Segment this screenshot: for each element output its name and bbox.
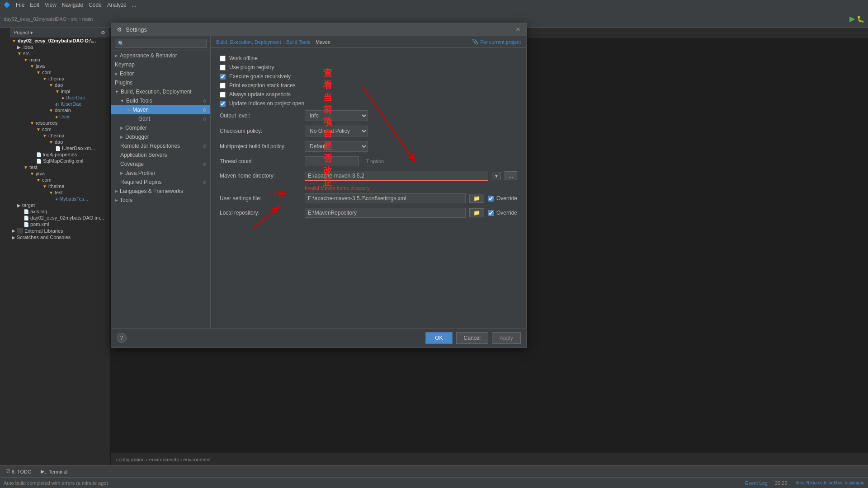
menu-view[interactable]: View (45, 2, 57, 8)
tree-target[interactable]: ▶ target (10, 202, 109, 208)
debug-button[interactable]: 🐛 (857, 15, 864, 23)
tree-dao[interactable]: ▼ dao (10, 82, 109, 88)
tree-pomxml[interactable]: 📄 pom.xml (10, 221, 109, 227)
user-settings-browse-button[interactable]: 📁 (469, 194, 484, 203)
tree-com3[interactable]: ▼ com (10, 177, 109, 183)
use-plugin-registry-checkbox[interactable] (220, 65, 226, 70)
print-stack-checkbox[interactable] (220, 83, 226, 89)
footer-breadcrumb-text: configuration › environments › environme… (116, 457, 211, 462)
nav-compiler[interactable]: ▶ Compiler (111, 123, 210, 132)
tree-dao2[interactable]: ▼ dao (10, 139, 109, 145)
menu-file[interactable]: File (16, 2, 24, 8)
run-button[interactable]: ▶ (849, 14, 855, 23)
menu-analyze[interactable]: Analyze (107, 2, 127, 8)
tree-mybatistes[interactable]: ● MybatisTes... (10, 196, 109, 202)
nav-app-servers[interactable]: Application Servers (111, 150, 210, 160)
help-button[interactable]: ? (117, 333, 127, 343)
nav-appearance[interactable]: ▶ Appearance & Behavior (111, 51, 210, 60)
tree-day02[interactable]: 📄 day02_eesy_02mybatsiDAO.im... (10, 215, 109, 221)
tree-axislog[interactable]: 📄 axis.log (10, 208, 109, 215)
nav-java-profiler[interactable]: ▶ Java Profiler (111, 169, 210, 178)
close-icon[interactable]: ✕ (515, 26, 521, 33)
gear-icon[interactable]: ⚙ (101, 30, 105, 36)
nav-gant[interactable]: Gant ⚙ (111, 114, 210, 123)
user-settings-input[interactable] (305, 193, 466, 203)
nav-maven[interactable]: ▶ Maven ⚙ (111, 105, 210, 114)
local-repo-input[interactable] (305, 208, 466, 218)
tree-ext-libs[interactable]: ▶ ⬛ External Libraries (10, 227, 109, 234)
cancel-button[interactable]: Cancel (456, 332, 488, 344)
settings-search-input[interactable] (115, 39, 207, 48)
maven-home-input[interactable] (305, 171, 488, 181)
tree-java[interactable]: ▼ java (10, 63, 109, 69)
tree-domain[interactable]: ▼ domain (10, 107, 109, 113)
tree-iuserdao[interactable]: ◐ IUserDao (10, 101, 109, 107)
tree-userdao[interactable]: ● UserDao (10, 94, 109, 101)
checksum-policy-select[interactable]: No Global Policy Strict (305, 126, 368, 136)
breadcrumb-part2[interactable]: Build Tools (286, 39, 310, 45)
tree-root[interactable]: ▼ day02_eesy_02mybatsiDAO D:\... (10, 38, 109, 44)
tree-resources[interactable]: ▼ resources (10, 120, 109, 126)
tab-terminal[interactable]: ▶_ Terminal (37, 468, 71, 475)
nav-required-plugins[interactable]: Required Plugins ⚙ (111, 178, 210, 187)
nav-editor[interactable]: ▶ Editor (111, 69, 210, 78)
nav-tools[interactable]: ▶ Tools (111, 196, 210, 205)
tree-idea[interactable]: ▶ .idea (10, 44, 109, 50)
tree-scratches[interactable]: ▶ Scratches and Consoles (10, 234, 109, 240)
settings-body: Work offline Use plugin registry Execute… (211, 48, 526, 328)
tree-com[interactable]: ▼ com (10, 69, 109, 75)
menu-code[interactable]: Code (89, 2, 102, 8)
tree-test[interactable]: ▼ test (10, 164, 109, 170)
tree-com2[interactable]: ▼ com (10, 126, 109, 132)
local-repo-override-checkbox[interactable] (488, 210, 494, 216)
use-plugin-registry-label: Use plugin registry (229, 64, 274, 70)
tree-itheima[interactable]: ▼ itheima (10, 75, 109, 82)
tree-test2[interactable]: ▼ test (10, 189, 109, 196)
event-log-link[interactable]: Event Log (745, 480, 768, 486)
tree-impl[interactable]: ▼ impl (10, 88, 109, 94)
menu-navigate[interactable]: Navigate (62, 2, 83, 8)
nav-build-tools[interactable]: ▼ Build Tools ⚙ (111, 96, 210, 105)
menu-edit[interactable]: Edit (30, 2, 39, 8)
tab-todo[interactable]: ☑ 6: TODO (2, 468, 35, 475)
tree-user[interactable]: ● User (10, 113, 109, 120)
local-repo-browse-button[interactable]: 📁 (469, 208, 484, 217)
output-level-label: Output level: (220, 113, 301, 119)
maven-home-dropdown-button[interactable]: ▼ (492, 172, 501, 180)
tree-sqlmap[interactable]: 📄 SqlMapConfig.xml (10, 158, 109, 164)
tree-main[interactable]: ▼ main (10, 56, 109, 63)
nav-keymap[interactable]: Keymap (111, 60, 210, 69)
nav-languages[interactable]: ▶ Languages & Frameworks (111, 187, 210, 196)
output-level-select[interactable]: Info Debug Warn (305, 110, 368, 121)
always-update-checkbox[interactable] (220, 92, 226, 98)
execute-goals-checkbox[interactable] (220, 74, 226, 80)
arrow-tools: ▶ (115, 198, 118, 202)
todo-icon: ☑ (5, 469, 10, 474)
update-indices-checkbox[interactable] (220, 101, 226, 107)
tree-itheima2[interactable]: ▼ itheima (10, 132, 109, 139)
arrow-java-profiler: ▶ (120, 171, 123, 175)
multiproject-policy-select[interactable]: Default Fail At End (305, 141, 368, 152)
thread-count-input[interactable] (305, 156, 359, 166)
nav-plugins[interactable]: Plugins (111, 78, 210, 87)
breadcrumb-part1[interactable]: Build, Execution, Deployment (216, 39, 281, 45)
nav-coverage[interactable]: Coverage ⚙ (111, 160, 210, 169)
local-repo-row: Local repository: 📁 Override (220, 208, 517, 218)
tree-iuserdaoxm[interactable]: 📄 IUserDao.xm... (10, 145, 109, 151)
user-settings-override-checkbox[interactable] (488, 196, 494, 202)
tree-itheima3[interactable]: ▼ itheima (10, 183, 109, 189)
menu-more[interactable]: ... (132, 2, 137, 8)
nav-build-section[interactable]: ▼ Build, Execution, Deployment (111, 87, 210, 96)
tree-java2[interactable]: ▼ java (10, 170, 109, 177)
status-url[interactable]: https://blog.csdn.net/bin_bujiangnu (794, 480, 864, 485)
nav-debugger[interactable]: ▶ Debugger (111, 132, 210, 141)
tree-src[interactable]: ▼ src (10, 50, 109, 56)
maven-home-browse-button[interactable]: ... (505, 171, 517, 180)
tree-log4j[interactable]: 📄 log4j.properties (10, 151, 109, 158)
ok-button[interactable]: OK (425, 332, 452, 344)
user-settings-label: User settings file: (220, 195, 301, 202)
work-offline-checkbox[interactable] (220, 56, 226, 61)
apply-button[interactable]: Apply (492, 332, 521, 344)
breadcrumb-current-project[interactable]: For current project (480, 39, 521, 45)
nav-remote-jar[interactable]: Remote Jar Repositories ⚙ (111, 141, 210, 150)
